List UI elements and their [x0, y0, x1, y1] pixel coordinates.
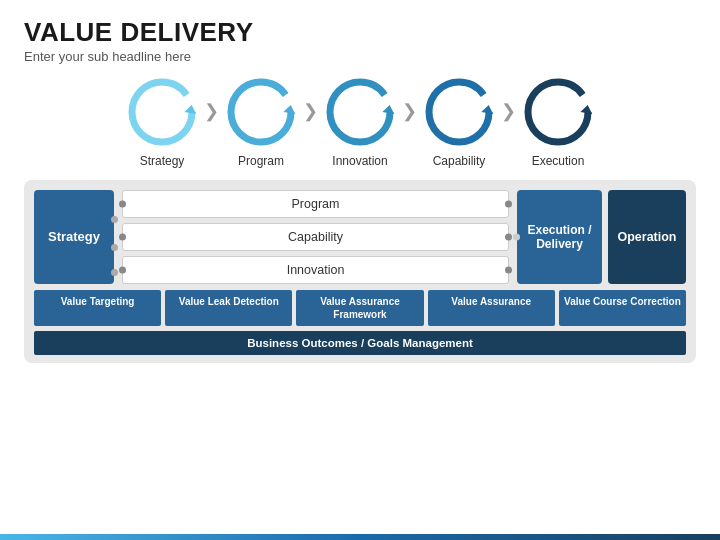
diagram-area: Strategy Program Capability: [24, 180, 696, 363]
circles-row: Strategy ❯ Program ❯: [24, 72, 696, 168]
arrow-sep-4: ❯: [501, 100, 516, 122]
tag-value-leak: Value Leak Detection: [165, 290, 292, 326]
tag-value-targeting: Value Targeting: [34, 290, 161, 326]
sub-headline: Enter your sub headline here: [24, 49, 696, 64]
circle-label-innovation: Innovation: [332, 154, 387, 168]
bottom-bar: [0, 534, 720, 540]
diagram-main: Strategy Program Capability: [34, 190, 686, 284]
circle-item-execution: Execution: [518, 72, 598, 168]
arrow-sep-3: ❯: [402, 100, 417, 122]
circle-label-strategy: Strategy: [140, 154, 185, 168]
svg-point-2: [231, 82, 291, 142]
slide: VALUE DELIVERY Enter your sub headline h…: [0, 0, 720, 540]
outcomes-bar: Business Outcomes / Goals Management: [34, 331, 686, 355]
circle-label-execution: Execution: [532, 154, 585, 168]
svg-marker-9: [580, 104, 593, 114]
circle-ring-execution: [518, 72, 598, 152]
operation-box: Operation: [608, 190, 686, 284]
middle-section: Program Capability Innovation: [122, 190, 509, 284]
circle-item-capability: Capability: [419, 72, 499, 168]
row-box-capability: Capability: [122, 223, 509, 251]
dot-right-2: [505, 233, 512, 240]
main-title: VALUE DELIVERY: [24, 18, 696, 47]
right-boxes: Execution / Delivery Operation: [517, 190, 686, 284]
circle-item-innovation: Innovation: [320, 72, 400, 168]
circle-container-3: Innovation: [320, 72, 400, 168]
circle-label-program: Program: [238, 154, 284, 168]
tags-row: Value Targeting Value Leak Detection Val…: [34, 290, 686, 326]
circle-container-2: Program: [221, 72, 301, 168]
dot-left-3: [119, 266, 126, 273]
circle-ring-capability: [419, 72, 499, 152]
circle-container: Strategy: [122, 72, 202, 168]
svg-point-0: [132, 82, 192, 142]
dot-left-1: [119, 200, 126, 207]
strategy-box: Strategy: [34, 190, 114, 284]
row-box-innovation: Innovation: [122, 256, 509, 284]
tag-value-assurance-framework: Value Assurance Framework: [296, 290, 423, 326]
dot-right-1: [505, 200, 512, 207]
svg-marker-1: [184, 104, 197, 114]
tag-value-assurance: Value Assurance: [428, 290, 555, 326]
circle-ring-strategy: [122, 72, 202, 152]
svg-marker-3: [283, 104, 296, 114]
dot-left-2: [119, 233, 126, 240]
dot-right-3: [505, 266, 512, 273]
circle-ring-program: [221, 72, 301, 152]
title-area: VALUE DELIVERY Enter your sub headline h…: [24, 18, 696, 64]
circle-ring-innovation: [320, 72, 400, 152]
svg-point-6: [429, 82, 489, 142]
arrow-sep-1: ❯: [204, 100, 219, 122]
circle-container-5: Execution: [518, 72, 598, 168]
circle-label-capability: Capability: [433, 154, 486, 168]
tag-value-course-correction: Value Course Correction: [559, 290, 686, 326]
svg-marker-7: [481, 104, 494, 114]
svg-point-8: [528, 82, 588, 142]
exec-dot-left: [513, 233, 520, 240]
strategy-dot-1: [111, 216, 118, 223]
circle-item-program: Program: [221, 72, 301, 168]
strategy-dot-3: [111, 269, 118, 276]
svg-point-4: [330, 82, 390, 142]
svg-marker-5: [382, 104, 395, 114]
row-box-program: Program: [122, 190, 509, 218]
circle-item-strategy: Strategy: [122, 72, 202, 168]
exec-delivery-box: Execution / Delivery: [517, 190, 602, 284]
strategy-dot-2: [111, 244, 118, 251]
circle-container-4: Capability: [419, 72, 499, 168]
arrow-sep-2: ❯: [303, 100, 318, 122]
